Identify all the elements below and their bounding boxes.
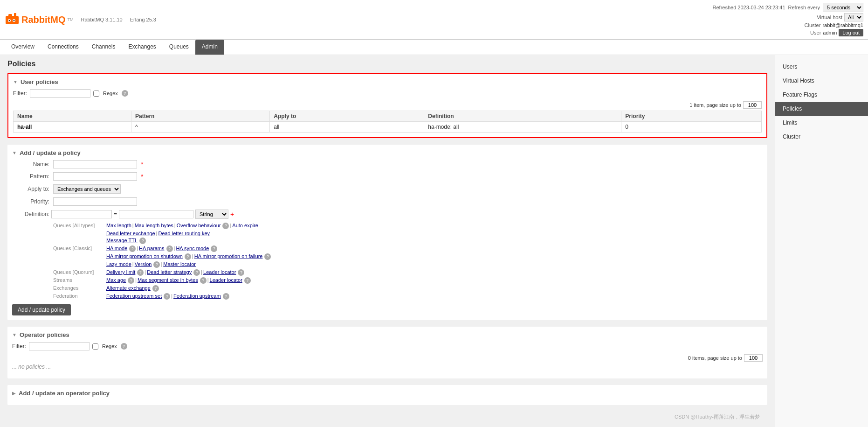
leader-locator-quorum-help-icon[interactable]: ?: [238, 269, 244, 276]
sidebar-item-limits[interactable]: Limits: [775, 116, 868, 130]
hint-max-segment-size[interactable]: Max segment size in bytes: [138, 277, 198, 283]
refresh-every-label: Refresh every: [788, 5, 820, 10]
hint-max-length-bytes[interactable]: Max length bytes: [135, 223, 173, 228]
hint-ha-params[interactable]: HA params: [139, 245, 164, 251]
hint-alternate-exchange[interactable]: Alternate exchange: [106, 285, 151, 291]
policy-priority: 0: [621, 122, 762, 133]
op-regex-checkbox[interactable]: [92, 343, 98, 350]
hint-streams-label: Streams: [53, 277, 104, 283]
definition-val-input[interactable]: [119, 210, 193, 218]
ha-mode-help-icon[interactable]: ?: [129, 245, 136, 252]
virtual-host-select[interactable]: All: [844, 13, 863, 21]
hint-ha-mirror-failure[interactable]: HA mirror promotion on failure: [194, 253, 263, 259]
federation-upstream-set-help-icon[interactable]: ?: [164, 293, 170, 300]
add-policy-button[interactable]: Add / update policy: [12, 304, 71, 315]
sidebar-item-users[interactable]: Users: [775, 60, 868, 74]
hint-auto-expire[interactable]: Auto expire: [232, 223, 258, 228]
hint-max-length[interactable]: Max length: [106, 223, 131, 228]
hint-queues-all-links: Max length | Max length bytes | Overflow…: [106, 223, 258, 229]
op-regex-help-icon[interactable]: ?: [121, 343, 127, 350]
sidebar-item-cluster[interactable]: Cluster: [775, 130, 868, 144]
hint-federation-upstream-set[interactable]: Federation upstream set: [106, 293, 162, 299]
hint-queues-classic-3: Lazy mode | Version ? | Master locator: [53, 261, 763, 268]
apply-to-select[interactable]: Exchanges and queues Exchanges Queues: [53, 184, 121, 194]
operator-policies-header[interactable]: ▼ Operator policies: [12, 331, 763, 338]
nav-admin[interactable]: Admin: [195, 40, 224, 55]
ha-sync-help-icon[interactable]: ?: [211, 245, 217, 252]
regex-help-icon[interactable]: ?: [122, 90, 128, 97]
nav-queues[interactable]: Queues: [163, 40, 195, 55]
policy-definition: ha-mode: all: [424, 122, 621, 133]
op-filter-input[interactable]: [29, 342, 90, 350]
refresh-row: Refreshed 2023-03-24 23:23:41 Refresh ev…: [713, 3, 863, 12]
logout-button[interactable]: Log out: [839, 29, 863, 36]
page-size-input[interactable]: [743, 101, 762, 109]
sidebar: Users Virtual Hosts Feature Flags Polici…: [775, 55, 868, 427]
definition-key-input[interactable]: [51, 210, 112, 218]
add-operator-policy-header[interactable]: ▶ Add / update an operator policy: [12, 390, 763, 397]
user-label: User: [810, 30, 821, 35]
hint-master-locator[interactable]: Master locator: [163, 261, 196, 267]
alternate-exchange-help-icon[interactable]: ?: [152, 285, 159, 292]
hint-message-ttl[interactable]: Message TTL: [106, 238, 138, 243]
op-page-size-input[interactable]: [744, 354, 763, 362]
hint-ha-mode[interactable]: HA mode: [106, 245, 127, 251]
hint-exchanges-label: Exchanges: [53, 285, 104, 291]
overflow-help-icon[interactable]: ?: [222, 223, 229, 229]
max-segment-help-icon[interactable]: ?: [200, 277, 207, 284]
nav-connections[interactable]: Connections: [41, 40, 85, 55]
ha-shutdown-help-icon[interactable]: ?: [185, 253, 191, 260]
nav-overview[interactable]: Overview: [5, 40, 41, 55]
hint-queues-classic-links: HA mode ? | HA params ? | HA sync mode ?: [106, 245, 217, 252]
hint-leader-locator-streams[interactable]: Leader locator: [210, 277, 242, 283]
max-age-help-icon[interactable]: ?: [128, 277, 134, 284]
hint-ha-sync-mode[interactable]: HA sync mode: [176, 245, 209, 251]
message-ttl-help-icon[interactable]: ?: [139, 238, 146, 244]
federation-upstream-help-icon[interactable]: ?: [223, 293, 229, 300]
add-policy-header[interactable]: ▼ Add / update a policy: [12, 149, 763, 156]
nav-channels[interactable]: Channels: [85, 40, 122, 55]
hint-ha-mirror-shutdown[interactable]: HA mirror promotion on shutdown: [106, 253, 183, 259]
hint-overflow-behaviour[interactable]: Overflow behaviour: [177, 223, 221, 228]
hint-max-age[interactable]: Max age: [106, 277, 126, 283]
hint-dead-letter-routing-key[interactable]: Dead letter routing key: [158, 231, 210, 236]
nav-exchanges[interactable]: Exchanges: [122, 40, 162, 55]
hint-delivery-limit[interactable]: Delivery limit: [106, 269, 135, 275]
definition-type-select[interactable]: String Number Boolean List: [195, 210, 228, 219]
definition-label: Definition:: [12, 211, 49, 217]
topbar: RabbitMQ TM RabbitMQ 3.11.10 Erlang 25.3…: [0, 0, 868, 40]
priority-input[interactable]: [53, 197, 137, 206]
policies-table: Name Pattern Apply to Definition Priorit…: [13, 111, 762, 133]
user-policies-header[interactable]: ▼ User policies: [13, 78, 762, 85]
pattern-input[interactable]: [53, 172, 137, 181]
col-name: Name: [14, 111, 131, 122]
add-operator-policy-section: ▶ Add / update an operator policy: [7, 385, 767, 405]
add-collapse-arrow-icon: ▼: [12, 150, 17, 155]
version-help-icon[interactable]: ?: [153, 261, 160, 268]
sidebar-item-policies[interactable]: Policies: [775, 102, 868, 116]
regex-checkbox[interactable]: [93, 91, 99, 97]
ha-failure-help-icon[interactable]: ?: [264, 253, 271, 260]
hint-dead-letter-strategy[interactable]: Dead letter strategy: [147, 269, 192, 275]
policy-name-link[interactable]: ha-all: [17, 124, 32, 130]
priority-label: Priority:: [12, 198, 49, 205]
sidebar-item-virtual-hosts[interactable]: Virtual Hosts: [775, 74, 868, 88]
hint-lazy-mode[interactable]: Lazy mode: [106, 261, 131, 267]
hints-section: Queues [All types] Max length | Max leng…: [53, 223, 763, 300]
delivery-limit-help-icon[interactable]: ?: [137, 269, 144, 276]
hint-federation-label: Federation: [53, 293, 104, 299]
leader-locator-streams-help-icon[interactable]: ?: [244, 277, 251, 284]
sidebar-item-feature-flags[interactable]: Feature Flags: [775, 88, 868, 102]
hint-dead-letter-exchange[interactable]: Dead letter exchange: [106, 231, 155, 236]
refresh-select[interactable]: 5 seconds 10 seconds 30 seconds 60 secon…: [823, 3, 863, 12]
hint-queues-classic-2: HA mirror promotion on shutdown ? | HA m…: [53, 253, 763, 260]
hint-leader-locator-quorum[interactable]: Leader locator: [203, 269, 236, 275]
hint-version[interactable]: Version: [135, 261, 152, 267]
hint-streams: Streams Max age ? | Max segment size in …: [53, 277, 763, 284]
hint-federation-upstream[interactable]: Federation upstream: [173, 293, 221, 299]
operator-policies-title: Operator policies: [20, 331, 69, 338]
filter-input[interactable]: [30, 89, 90, 98]
dead-letter-strategy-help-icon[interactable]: ?: [193, 269, 200, 276]
ha-params-help-icon[interactable]: ?: [166, 245, 173, 252]
name-input[interactable]: [53, 160, 137, 168]
